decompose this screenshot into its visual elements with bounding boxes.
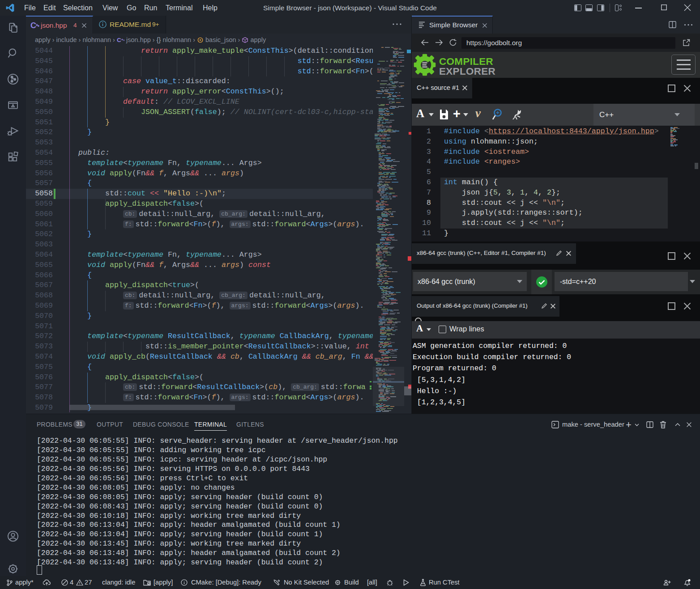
svg-text:C: C bbox=[117, 37, 121, 43]
svg-text:C: C bbox=[30, 21, 36, 30]
